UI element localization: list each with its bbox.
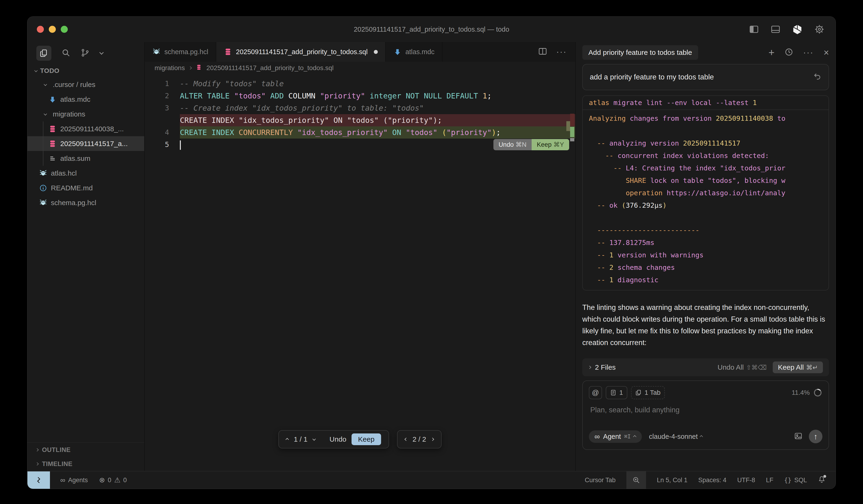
assistant-text: The linting shows a warning about creati… bbox=[582, 302, 829, 349]
next-file-icon[interactable] bbox=[431, 438, 434, 441]
send-button[interactable]: ↑ bbox=[809, 430, 823, 443]
code-line[interactable]: 3-- Create index "idx_todos_priority" to… bbox=[145, 102, 575, 114]
tree-item-atlas-hcl[interactable]: atlas.hcl bbox=[27, 166, 144, 180]
tree-item-schema-pg-hcl[interactable]: schema.pg.hcl bbox=[27, 195, 144, 210]
info-icon bbox=[39, 184, 48, 192]
restore-checkpoint-icon[interactable] bbox=[813, 72, 822, 82]
timeline-section[interactable]: TIMELINE bbox=[27, 457, 144, 471]
code-text: -- Create index "idx_todos_priority" to … bbox=[180, 102, 575, 114]
errors-icon: ⊗ bbox=[99, 477, 105, 483]
composer-input[interactable]: Plan, search, build anything bbox=[590, 406, 823, 414]
terminal-line: -- 137.81275ms bbox=[589, 237, 823, 249]
agents-status[interactable]: ∞ Agents bbox=[60, 477, 88, 484]
diff-undo-button[interactable]: Undo⌘N bbox=[493, 139, 531, 150]
undo-button[interactable]: Undo bbox=[329, 435, 346, 443]
diff-keep-button[interactable]: Keep⌘Y bbox=[531, 139, 569, 150]
code-text: ALTER TABLE "todos" ADD COLUMN "priority… bbox=[180, 90, 575, 102]
breadcrumb-file[interactable]: 20250911141517_add_priority_to_todos.sql bbox=[207, 64, 334, 72]
editor-tab-schema-pg-hcl[interactable]: schema.pg.hcl bbox=[145, 42, 216, 62]
chevron-right-icon bbox=[35, 448, 39, 452]
unsaved-dot[interactable] bbox=[374, 50, 378, 54]
database-file-icon bbox=[196, 64, 202, 72]
eol-status[interactable]: LF bbox=[766, 477, 773, 484]
settings-gear-icon[interactable] bbox=[814, 24, 825, 35]
breadcrumb[interactable]: migrations 20250911141517_add_priority_t… bbox=[145, 62, 575, 74]
terminal-line bbox=[589, 212, 823, 224]
keep-all-button[interactable]: Keep All⌘↵ bbox=[773, 362, 823, 373]
tree-item-migrations[interactable]: migrations bbox=[27, 107, 144, 122]
user-message[interactable]: add a priority feature to my todos table bbox=[582, 64, 829, 90]
code-line[interactable]: 1-- Modify "todos" table bbox=[145, 78, 575, 90]
line-number: 5 bbox=[145, 139, 180, 151]
indentation-status[interactable]: Spaces: 4 bbox=[698, 477, 726, 484]
code-area[interactable]: 1-- Modify "todos" table2ALTER TABLE "to… bbox=[145, 74, 575, 471]
search-view-icon[interactable] bbox=[61, 48, 71, 58]
line-col-status[interactable]: Ln 5, Col 1 bbox=[657, 477, 688, 484]
outline-section[interactable]: OUTLINE bbox=[27, 443, 144, 457]
split-editor-icon[interactable] bbox=[538, 47, 547, 57]
close-chat-icon[interactable]: × bbox=[824, 48, 829, 57]
chat-composer[interactable]: @ 1 1 Tab 11.4% Plan, search, build anyt… bbox=[582, 380, 829, 450]
warnings-icon: ⚠ bbox=[114, 477, 121, 483]
ai-chat-panel: Add priority feature to todos table + ··… bbox=[575, 42, 836, 471]
project-root-header[interactable]: TODO bbox=[27, 64, 144, 77]
chat-more-icon[interactable]: ··· bbox=[803, 48, 814, 58]
expand-files-icon[interactable] bbox=[588, 366, 591, 369]
terminal-line: -- 2 schema changes bbox=[589, 261, 823, 274]
line-number: 1 bbox=[145, 78, 180, 90]
tree-item-atlas-sum[interactable]: atlas.sum bbox=[27, 151, 144, 166]
agent-mode-selector[interactable]: ∞ Agent ⌘I bbox=[589, 430, 642, 443]
source-control-icon[interactable] bbox=[80, 48, 90, 58]
tree-item-20250911140038-[interactable]: 20250911140038_... bbox=[27, 122, 144, 136]
rules-chip[interactable]: 1 bbox=[606, 386, 627, 399]
terminal-line: SHARE lock on table "todos", blocking w bbox=[589, 174, 823, 187]
code-line-deleted[interactable]: CREATE INDEX "idx_todos_priority" ON "to… bbox=[145, 114, 575, 126]
encoding-status[interactable]: UTF-8 bbox=[737, 477, 755, 484]
infinity-icon: ∞ bbox=[595, 433, 600, 440]
new-chat-icon[interactable]: + bbox=[768, 47, 775, 58]
notifications-bell-icon[interactable] bbox=[818, 475, 826, 485]
toggle-panel-icon[interactable] bbox=[771, 24, 781, 35]
files-count[interactable]: 2 Files bbox=[595, 363, 616, 371]
model-selector[interactable]: claude-4-sonnet bbox=[649, 433, 703, 440]
terminal-line: -- ok (376.292µs) bbox=[589, 199, 823, 212]
screencast-zoom-indicator[interactable] bbox=[626, 471, 646, 489]
problems-status[interactable]: ⊗ 0 ⚠ 0 bbox=[99, 477, 127, 484]
editor-tab-atlas-mdc[interactable]: atlas.mdc bbox=[386, 42, 442, 62]
mention-button[interactable]: @ bbox=[589, 386, 602, 399]
terminal-line: -- concurrent index violations detected: bbox=[589, 150, 823, 162]
chat-title-tab[interactable]: Add priority feature to todos table bbox=[582, 45, 698, 60]
tree-item-20250911141517-a-[interactable]: 20250911141517_a... bbox=[27, 136, 144, 151]
tree-item-label: atlas.mdc bbox=[60, 96, 90, 103]
code-line[interactable]: 4CREATE INDEX CONCURRENTLY "idx_todos_pr… bbox=[145, 126, 575, 139]
chevron-up-icon bbox=[700, 435, 703, 438]
keep-button[interactable]: Keep bbox=[351, 433, 381, 445]
editor-tabbar: schema.pg.hcl20250911141517_add_priority… bbox=[145, 42, 575, 62]
file-pager-pill: 2 / 2 bbox=[397, 430, 441, 449]
editor-group: schema.pg.hcl20250911141517_add_priority… bbox=[145, 42, 575, 471]
prev-diff-icon[interactable] bbox=[285, 438, 289, 441]
code-line[interactable]: 2ALTER TABLE "todos" ADD COLUMN "priorit… bbox=[145, 90, 575, 102]
undo-all-button[interactable]: Undo All⇧⌘⌫ bbox=[717, 363, 767, 371]
tree-item-atlas-mdc[interactable]: atlas.mdc bbox=[27, 92, 144, 107]
cursor-logo-icon[interactable] bbox=[792, 24, 803, 35]
tree-item-label: .cursor / rules bbox=[53, 81, 96, 89]
tab-context-chip[interactable]: 1 Tab bbox=[631, 386, 665, 399]
cursor-tab-status[interactable]: Cursor Tab bbox=[585, 477, 616, 484]
remote-indicator[interactable] bbox=[27, 471, 50, 489]
terminal-line: -- analyzing version 20250911141517 bbox=[589, 137, 823, 150]
diff-counter: 1 / 1 bbox=[294, 435, 308, 443]
breadcrumb-folder[interactable]: migrations bbox=[154, 64, 185, 72]
toggle-sidebar-icon[interactable] bbox=[749, 24, 759, 35]
views-chevron-icon[interactable] bbox=[100, 51, 103, 55]
editor-tab-20250911141517-add-priority-to-todos-sql[interactable]: 20250911141517_add_priority_to_todos.sql bbox=[216, 42, 386, 62]
explorer-view-icon[interactable] bbox=[36, 46, 51, 61]
prev-file-icon[interactable] bbox=[404, 438, 408, 441]
attach-image-icon[interactable] bbox=[794, 431, 803, 441]
history-icon[interactable] bbox=[785, 48, 793, 58]
next-diff-icon[interactable] bbox=[312, 438, 316, 441]
more-actions-icon[interactable]: ··· bbox=[556, 47, 567, 57]
tree-item-readme-md[interactable]: README.md bbox=[27, 180, 144, 195]
tree-item--cursor-rules[interactable]: .cursor / rules bbox=[27, 77, 144, 92]
language-status[interactable]: {} SQL bbox=[784, 477, 807, 484]
